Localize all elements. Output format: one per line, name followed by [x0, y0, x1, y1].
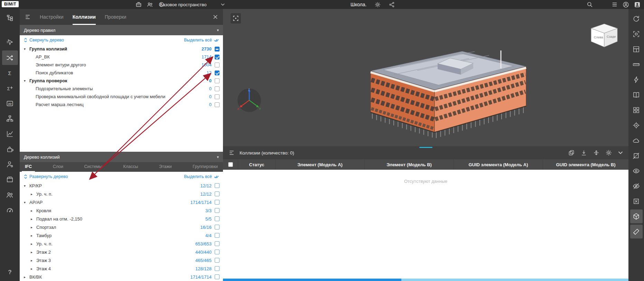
measure-icon[interactable] [630, 57, 643, 71]
column-header[interactable]: GUID элемента (Модель B) [543, 159, 628, 170]
tree-item-checkbox[interactable] [215, 216, 220, 221]
gauge-icon[interactable] [2, 203, 18, 217]
column-header[interactable]: GUID элемента (Модель A) [454, 159, 543, 170]
select-all-collisions-link[interactable]: Выделить всё [184, 174, 219, 179]
tree-item[interactable]: ▸Ур. ч. п.653/653 [20, 240, 223, 248]
tree-item-checkbox[interactable] [215, 258, 220, 263]
axis-gizmo[interactable]: Z X Y [236, 87, 262, 113]
section-icon[interactable] [630, 149, 643, 162]
panel-menu-icon[interactable] [25, 9, 31, 25]
tree-item-checkbox[interactable] [215, 55, 220, 59]
viewports-icon[interactable] [630, 42, 643, 56]
model-tree-icon[interactable] [2, 11, 18, 25]
view-cube[interactable]: Слева Сзади [590, 23, 619, 48]
expander-icon[interactable]: ▸ [31, 259, 36, 262]
tree-item[interactable]: Проверка минимальной свободной площади с… [20, 93, 223, 101]
settings-icon[interactable] [375, 2, 381, 8]
expander-icon[interactable]: ▸ [31, 234, 36, 237]
column-header[interactable]: Элемент (Модель A) [276, 159, 365, 170]
view-cube-icon[interactable] [630, 209, 643, 223]
viewport-3d[interactable]: Z X Y Слева Сзади [223, 9, 628, 146]
account-icon[interactable] [623, 1, 629, 8]
quick-measure-icon[interactable] [630, 73, 643, 86]
person-location-icon[interactable] [2, 157, 18, 171]
tree-item-checkbox[interactable] [215, 225, 220, 230]
orbit-icon[interactable] [630, 12, 643, 26]
profile-icon[interactable] [634, 1, 641, 8]
list-icon[interactable] [612, 1, 618, 8]
tree-item-checkbox[interactable] [215, 102, 220, 107]
tree-item[interactable]: Элемент внтури другого1004 [20, 61, 223, 69]
subtab[interactable]: Этажи [156, 162, 175, 172]
markup-icon[interactable] [630, 133, 643, 147]
help-button[interactable]: ? [0, 266, 20, 278]
locate-icon[interactable] [630, 118, 643, 132]
panel-tab[interactable]: Настройки [40, 9, 64, 25]
tree-item-checkbox[interactable] [215, 183, 220, 188]
fit-view-icon[interactable] [630, 27, 643, 41]
tree-item[interactable]: ▾АР/АР1714/1714 [20, 198, 223, 206]
tree-item[interactable]: Расчет марша лестниц0 [20, 101, 223, 109]
expander-icon[interactable]: ▸ [31, 225, 36, 229]
expander-icon[interactable]: ▸ [31, 192, 36, 196]
tree-item[interactable]: ▾КР/КР12/12 [20, 181, 223, 190]
close-icon[interactable] [213, 9, 218, 25]
expander-icon[interactable]: ▸ [31, 267, 36, 271]
visibility-icon[interactable] [630, 164, 643, 178]
select-icon[interactable] [2, 35, 18, 50]
search-icon[interactable] [587, 1, 593, 8]
tree-item-checkbox[interactable] [215, 274, 220, 279]
column-header[interactable]: Статус [238, 159, 276, 170]
collapse-section-icon[interactable]: ▾ [217, 155, 219, 159]
tree-item-checkbox[interactable] [215, 241, 220, 246]
expander-icon[interactable]: ▸ [31, 209, 36, 213]
workspace-selector[interactable]: Базовое пространство [160, 0, 225, 9]
visibility-off-icon[interactable] [630, 179, 643, 193]
tree-item-checkbox[interactable] [215, 208, 220, 213]
expander-icon[interactable]: ▸ [31, 217, 36, 221]
tree-item-checkbox[interactable] [215, 47, 220, 51]
team-icon[interactable] [2, 187, 18, 202]
sum-plus-icon[interactable]: Σ [2, 81, 18, 95]
expander-icon[interactable]: ▾ [24, 200, 29, 204]
materials-icon[interactable] [630, 88, 643, 102]
tree-item[interactable]: ▾Группа коллизий2730 [20, 45, 223, 53]
subtab[interactable]: Классы [120, 162, 141, 172]
tree-item[interactable]: ▸Этаж 4128/128 [20, 264, 223, 273]
isolate-icon[interactable] [630, 194, 643, 208]
collisions-icon[interactable] [2, 50, 18, 65]
tree-item-checkbox[interactable] [215, 86, 220, 91]
expander-icon[interactable]: ▾ [24, 79, 29, 83]
grid-icon[interactable] [630, 103, 643, 117]
tree-item-checkbox[interactable] [215, 266, 220, 271]
plugins-icon[interactable] [2, 142, 18, 156]
analytics-icon[interactable] [2, 127, 18, 141]
handover-icon[interactable] [2, 172, 18, 187]
tree-item[interactable]: АР_ВК1714 [20, 53, 223, 61]
tree-item[interactable]: ▸Этаж 2440/440 [20, 248, 223, 256]
tree-item[interactable]: ▸Этаж 3465/465 [20, 256, 223, 264]
share-icon[interactable] [389, 2, 395, 8]
tree-item[interactable]: Подозрительные элементы0 [20, 85, 223, 93]
focus-model-button[interactable] [231, 13, 241, 24]
tree-item[interactable]: ▸Тамбур4/4 [20, 231, 223, 240]
expander-icon[interactable]: ▸ [24, 275, 29, 279]
collapse-section-icon[interactable]: ▾ [217, 28, 219, 32]
tree-item[interactable]: Поиск дубликатов12 [20, 69, 223, 77]
toolbox-icon[interactable] [136, 1, 142, 8]
import-icon[interactable] [581, 150, 587, 156]
column-header[interactable]: Элемент (Модель B) [365, 159, 454, 170]
tree-item-checkbox[interactable] [215, 63, 220, 67]
subtab[interactable]: IFC [22, 162, 35, 172]
collaboration-icon[interactable] [147, 1, 153, 8]
collapse-panel-icon[interactable] [618, 151, 623, 154]
group-icon[interactable] [568, 150, 575, 156]
tree-item-checkbox[interactable] [215, 250, 220, 254]
tree-item[interactable]: ▸Спортзал16/16 [20, 223, 223, 231]
tree-item-checkbox[interactable] [215, 71, 220, 75]
table-settings-icon[interactable] [606, 150, 612, 156]
panel-resize-handle[interactable] [419, 147, 432, 148]
hierarchy-icon[interactable] [2, 111, 18, 126]
tree-item[interactable]: ▸Подвал на отм. -2,1505/5 [20, 215, 223, 223]
subtab[interactable]: Системы [81, 162, 105, 172]
